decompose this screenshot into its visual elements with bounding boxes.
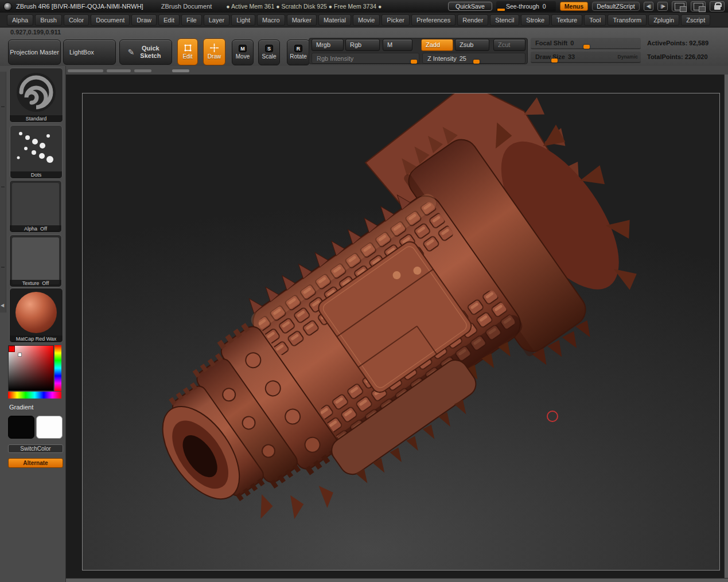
scale-button[interactable]: S Scale bbox=[258, 40, 280, 65]
secondary-color-swatch[interactable] bbox=[36, 416, 63, 439]
cursor-coordinates: 0.927,0.199,0.911 bbox=[10, 29, 61, 36]
menu-transform[interactable]: Transform bbox=[608, 14, 647, 26]
menu-zscript[interactable]: Zscript bbox=[681, 14, 710, 26]
menus-button[interactable]: Menus bbox=[560, 2, 588, 11]
stroke-name: Dots bbox=[10, 171, 62, 178]
shelf-divider-strip bbox=[0, 66, 728, 75]
alternate-button[interactable]: Alternate bbox=[8, 458, 63, 468]
menu-draw[interactable]: Draw bbox=[131, 14, 157, 26]
canvas-area[interactable] bbox=[66, 75, 728, 582]
zadd-button[interactable]: Zadd bbox=[421, 39, 453, 51]
color-picker[interactable] bbox=[8, 345, 62, 399]
menu-light[interactable]: Light bbox=[231, 14, 255, 26]
focal-shift-slider[interactable]: Focal Shift 0 bbox=[531, 38, 641, 49]
see-through-slider[interactable]: See-through 0 bbox=[496, 1, 556, 11]
projection-master-button[interactable]: Projection Master bbox=[8, 40, 61, 65]
color-marker[interactable] bbox=[18, 353, 22, 357]
hue-strip-vertical[interactable] bbox=[54, 345, 61, 391]
quicksave-button[interactable]: QuickSave bbox=[448, 2, 492, 11]
quick-sketch-button[interactable]: ✎ Quick Sketch bbox=[119, 40, 172, 65]
model-group bbox=[91, 93, 678, 571]
menu-render[interactable]: Render bbox=[457, 14, 488, 26]
canvas-horizontal-scrollbar[interactable] bbox=[66, 578, 728, 582]
zbrush-document-canvas[interactable] bbox=[82, 93, 720, 571]
default-zscript-button[interactable]: DefaultZScript bbox=[592, 2, 640, 11]
z-intensity-value: 25 bbox=[460, 55, 466, 62]
menu-file[interactable]: File bbox=[181, 14, 202, 26]
active-points-label: ActivePoints: bbox=[647, 40, 687, 46]
focal-shift-handle[interactable] bbox=[583, 45, 590, 49]
rail-tick bbox=[1, 106, 5, 107]
rotate-label: Rotate bbox=[290, 53, 306, 60]
z-intensity-handle[interactable] bbox=[473, 60, 480, 64]
store-document-button[interactable] bbox=[672, 1, 687, 11]
active-points-readout: ActivePoints: 92,589 bbox=[647, 40, 708, 46]
lightbox-button[interactable]: LightBox bbox=[63, 40, 116, 65]
current-color-swatch bbox=[9, 346, 15, 352]
menu-color[interactable]: Color bbox=[64, 14, 89, 26]
alpha-selector[interactable]: Alpha Off bbox=[9, 180, 62, 233]
focal-shift-value: 0 bbox=[570, 40, 574, 46]
menu-zplugin[interactable]: Zplugin bbox=[648, 14, 679, 26]
brush-selector[interactable]: Standard bbox=[9, 68, 63, 123]
draw-size-slider[interactable]: Draw Size 33 Dynamic bbox=[531, 52, 641, 63]
menu-stroke[interactable]: Stroke bbox=[521, 14, 550, 26]
mrgb-button[interactable]: Mrgb bbox=[312, 39, 344, 51]
saturation-value-square[interactable] bbox=[8, 345, 54, 391]
canvas-vertical-scrollbar[interactable] bbox=[724, 75, 728, 582]
scale-label: Scale bbox=[262, 53, 276, 60]
menu-texture[interactable]: Texture bbox=[551, 14, 582, 26]
hue-strip-horizontal[interactable] bbox=[8, 392, 61, 399]
brush-cursor-ring bbox=[547, 411, 558, 422]
z-intensity-slider[interactable]: Z Intensity 25 bbox=[422, 53, 525, 64]
divider-handle[interactable] bbox=[172, 69, 189, 72]
rail-tick bbox=[1, 267, 5, 268]
menu-alpha[interactable]: Alpha bbox=[7, 14, 33, 26]
draw-button[interactable]: Draw bbox=[203, 38, 225, 65]
lock-button[interactable] bbox=[710, 1, 725, 11]
move-button[interactable]: M Move bbox=[232, 40, 254, 65]
rotate-button[interactable]: R Rotate bbox=[287, 40, 310, 65]
menu-brush[interactable]: Brush bbox=[35, 14, 62, 26]
rgb-intensity-slider[interactable]: Rgb Intensity bbox=[312, 53, 419, 64]
rgb-intensity-handle[interactable] bbox=[411, 60, 417, 64]
menu-material[interactable]: Material bbox=[318, 14, 351, 26]
menu-tool[interactable]: Tool bbox=[584, 14, 606, 26]
gradient-label: Gradient bbox=[9, 404, 33, 411]
menu-movie[interactable]: Movie bbox=[353, 14, 380, 26]
menu-marker[interactable]: Marker bbox=[287, 14, 317, 26]
nav-left-button[interactable]: ◀|||| bbox=[644, 2, 654, 11]
stroke-selector[interactable]: Dots bbox=[10, 125, 63, 179]
left-rail: ◀ bbox=[0, 72, 6, 313]
menu-picker[interactable]: Picker bbox=[381, 14, 410, 26]
texture-selector[interactable]: Texture Off bbox=[9, 235, 62, 287]
m-button[interactable]: M bbox=[383, 39, 412, 51]
z-intensity-label: Z Intensity bbox=[427, 55, 457, 62]
draw-size-handle[interactable] bbox=[551, 58, 558, 63]
zsub-button[interactable]: Zsub bbox=[455, 39, 489, 51]
material-selector[interactable]: MatCap Red Wax bbox=[9, 288, 63, 343]
menu-preferences[interactable]: Preferences bbox=[411, 14, 456, 26]
collapse-arrow-icon[interactable]: ◀ bbox=[1, 303, 4, 308]
focal-shift-label: Focal Shift bbox=[535, 40, 567, 46]
menu-layer[interactable]: Layer bbox=[204, 14, 230, 26]
texture-name: Texture Off bbox=[10, 280, 61, 287]
zcut-button[interactable]: Zcut bbox=[493, 39, 525, 51]
menu-document[interactable]: Document bbox=[91, 14, 130, 26]
main-color-swatch[interactable] bbox=[8, 416, 34, 439]
move-label: Move bbox=[236, 53, 250, 60]
active-points-value: 92,589 bbox=[689, 40, 708, 46]
menu-macro[interactable]: Macro bbox=[257, 14, 285, 26]
matcap-sphere-thumbnail bbox=[15, 292, 57, 333]
export-document-button[interactable] bbox=[691, 1, 706, 11]
edit-button[interactable]: Edit bbox=[177, 38, 198, 65]
nav-right-button[interactable]: ||||▶ bbox=[657, 2, 668, 11]
switch-color-button[interactable]: SwitchColor bbox=[8, 444, 63, 453]
menu-edit[interactable]: Edit bbox=[158, 14, 180, 26]
rgb-button[interactable]: Rgb bbox=[345, 39, 380, 51]
top-shelf: 0.927,0.199,0.911 Projection Master Ligh… bbox=[0, 28, 728, 66]
pencil-icon: ✎ bbox=[128, 48, 135, 57]
see-through-handle[interactable] bbox=[497, 9, 505, 11]
menu-stencil[interactable]: Stencil bbox=[490, 14, 519, 26]
total-points-readout: TotalPoints: 226,020 bbox=[647, 53, 708, 60]
